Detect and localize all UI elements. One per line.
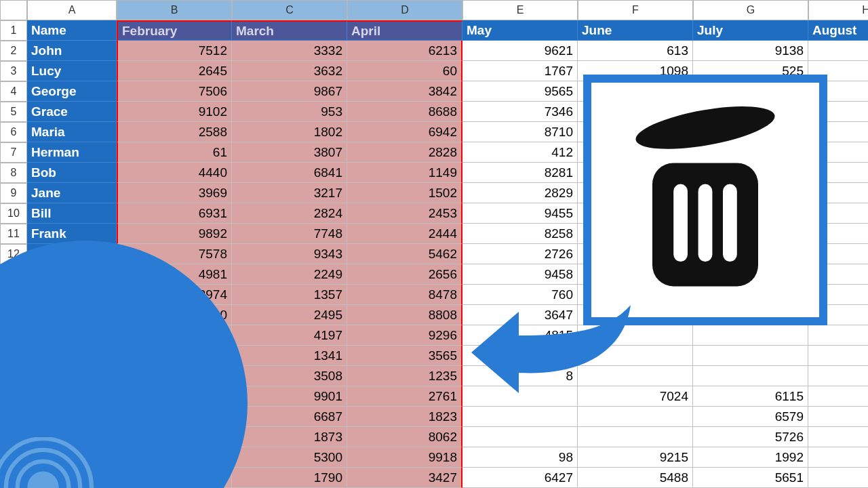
header-cell-B[interactable]: February <box>117 20 232 41</box>
cell-C8[interactable]: 6841 <box>232 163 347 183</box>
cell-G20[interactable]: 6579 <box>693 407 808 427</box>
cell-F12[interactable] <box>578 244 693 264</box>
cell-F9[interactable] <box>578 183 693 203</box>
cell-C9[interactable]: 3217 <box>232 183 347 203</box>
cell-E10[interactable]: 9455 <box>462 203 578 224</box>
cell-F16[interactable] <box>578 325 693 346</box>
cell-C10[interactable]: 2824 <box>232 203 347 224</box>
cell-G2[interactable]: 9138 <box>693 41 808 61</box>
cell-D13[interactable]: 2656 <box>347 264 462 285</box>
cell-F6[interactable] <box>578 122 693 142</box>
cell-A13[interactable]: Dave <box>27 264 117 285</box>
cell-H3[interactable] <box>808 61 868 81</box>
cell-A7[interactable]: Herman <box>27 142 117 163</box>
cell-E23[interactable]: 6427 <box>462 468 578 488</box>
cell-D4[interactable]: 3842 <box>347 81 462 102</box>
cell-E20[interactable] <box>462 407 578 427</box>
cell-B11[interactable]: 9892 <box>117 224 232 244</box>
cell-F15[interactable] <box>578 305 693 325</box>
cell-A5[interactable]: Grace <box>27 102 117 122</box>
cell-B10[interactable]: 6931 <box>117 203 232 224</box>
cell-D19[interactable]: 2761 <box>347 386 462 407</box>
cell-E7[interactable]: 412 <box>462 142 578 163</box>
cell-B19[interactable]: 8203 <box>117 386 232 407</box>
cell-G12[interactable] <box>693 244 808 264</box>
cell-F7[interactable] <box>578 142 693 163</box>
cell-H11[interactable] <box>808 224 868 244</box>
cell-F22[interactable]: 9215 <box>578 447 693 468</box>
cell-C20[interactable]: 6687 <box>232 407 347 427</box>
cell-C21[interactable]: 1873 <box>232 427 347 447</box>
cell-H7[interactable] <box>808 142 868 163</box>
select-all-corner[interactable] <box>0 0 27 20</box>
cell-D17[interactable]: 3565 <box>347 346 462 366</box>
cell-F4[interactable] <box>578 81 693 102</box>
cell-D14[interactable]: 8478 <box>347 285 462 305</box>
cell-H21[interactable] <box>808 427 868 447</box>
cell-C3[interactable]: 3632 <box>232 61 347 81</box>
cell-D5[interactable]: 8688 <box>347 102 462 122</box>
cell-D21[interactable]: 8062 <box>347 427 462 447</box>
cell-C5[interactable]: 953 <box>232 102 347 122</box>
column-header-H[interactable]: H <box>808 0 868 20</box>
cell-H5[interactable] <box>808 102 868 122</box>
header-cell-C[interactable]: March <box>232 20 347 41</box>
row-header-6[interactable]: 6 <box>0 122 27 142</box>
cell-A15[interactable]: John <box>27 305 117 325</box>
column-header-G[interactable]: G <box>693 0 808 20</box>
row-header-1[interactable]: 1 <box>0 20 27 41</box>
cell-D3[interactable]: 60 <box>347 61 462 81</box>
row-header-3[interactable]: 3 <box>0 61 27 81</box>
row-header-2[interactable]: 2 <box>0 41 27 61</box>
cell-D11[interactable]: 2444 <box>347 224 462 244</box>
cell-F20[interactable] <box>578 407 693 427</box>
row-header-11[interactable]: 11 <box>0 224 27 244</box>
cell-C7[interactable]: 3807 <box>232 142 347 163</box>
cell-H16[interactable] <box>808 325 868 346</box>
cell-B12[interactable]: 7578 <box>117 244 232 264</box>
cell-B17[interactable]: 1401 <box>117 346 232 366</box>
cell-H10[interactable] <box>808 203 868 224</box>
cell-A6[interactable]: Maria <box>27 122 117 142</box>
cell-G16[interactable] <box>693 325 808 346</box>
cell-D8[interactable]: 1149 <box>347 163 462 183</box>
row-header-10[interactable]: 10 <box>0 203 27 224</box>
cell-F3[interactable]: 1098 <box>578 61 693 81</box>
cell-E5[interactable]: 7346 <box>462 102 578 122</box>
cell-E17[interactable]: 6 <box>462 346 578 366</box>
cell-A16[interactable] <box>27 325 117 346</box>
cell-F19[interactable]: 7024 <box>578 386 693 407</box>
cell-C11[interactable]: 7748 <box>232 224 347 244</box>
cell-G14[interactable] <box>693 285 808 305</box>
cell-B7[interactable]: 61 <box>117 142 232 163</box>
cell-H15[interactable] <box>808 305 868 325</box>
cell-D20[interactable]: 1823 <box>347 407 462 427</box>
cell-E22[interactable]: 98 <box>462 447 578 468</box>
cell-E2[interactable]: 9621 <box>462 41 578 61</box>
cell-F14[interactable] <box>578 285 693 305</box>
cell-H8[interactable] <box>808 163 868 183</box>
cell-C15[interactable]: 2495 <box>232 305 347 325</box>
cell-B20[interactable]: 1077 <box>117 407 232 427</box>
cell-B15[interactable]: 3780 <box>117 305 232 325</box>
header-cell-H[interactable]: August <box>808 20 868 41</box>
cell-B3[interactable]: 2645 <box>117 61 232 81</box>
cell-D23[interactable]: 3427 <box>347 468 462 488</box>
cell-A23[interactable] <box>27 468 117 488</box>
cell-A19[interactable] <box>27 386 117 407</box>
cell-G5[interactable] <box>693 102 808 122</box>
cell-B21[interactable]: 9150 <box>117 427 232 447</box>
cell-G4[interactable] <box>693 81 808 102</box>
cell-D7[interactable]: 2828 <box>347 142 462 163</box>
cell-A12[interactable]: Eric <box>27 244 117 264</box>
row-header-19[interactable]: 19 <box>0 386 27 407</box>
cell-B14[interactable]: 2974 <box>117 285 232 305</box>
cell-H4[interactable] <box>808 81 868 102</box>
cell-E3[interactable]: 1767 <box>462 61 578 81</box>
cell-H17[interactable] <box>808 346 868 366</box>
cell-C17[interactable]: 1341 <box>232 346 347 366</box>
cell-E14[interactable]: 760 <box>462 285 578 305</box>
cell-G10[interactable] <box>693 203 808 224</box>
cell-E8[interactable]: 8281 <box>462 163 578 183</box>
cell-H20[interactable] <box>808 407 868 427</box>
